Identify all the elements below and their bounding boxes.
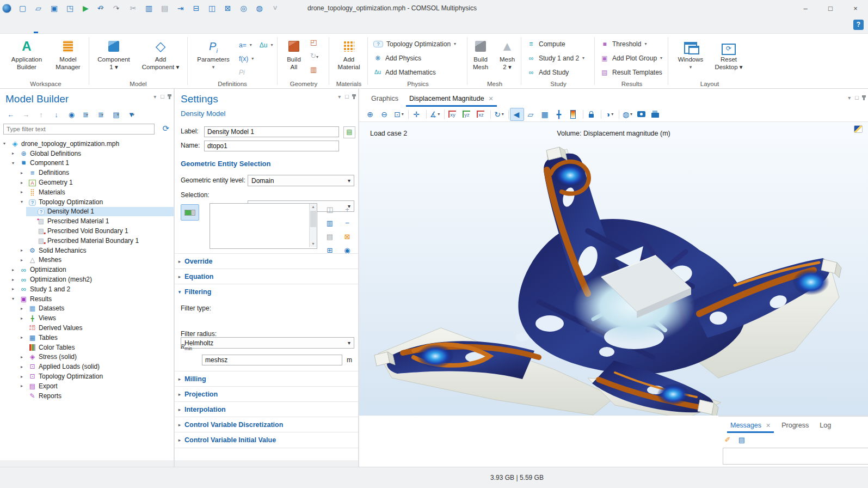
section-interpolation[interactable]: ▸Interpolation [175, 401, 358, 417]
tree-item[interactable]: ▾ Component 1 [0, 158, 174, 168]
tree-chevron-icon[interactable]: ▸ [21, 364, 28, 369]
panel-float-icon[interactable]: □ [161, 93, 164, 100]
tree-chevron-icon[interactable]: ▸ [21, 248, 28, 253]
tree-item[interactable]: ▸ Stress (solid) [0, 352, 174, 362]
move-to-icon[interactable]: ⇥ [173, 2, 185, 14]
tree-item[interactable]: ▾ Results [0, 294, 174, 304]
new-file-icon[interactable]: ▢ [15, 2, 27, 14]
delete-icon[interactable]: ⊟ [189, 2, 201, 14]
tree-item[interactable]: Prescribed Void Boundary 1 [0, 226, 174, 236]
variables-button[interactable]: a=▾Δu▾ [239, 38, 273, 52]
filter-radius-input[interactable] [202, 355, 342, 365]
select-box-icon[interactable]: ◫ [205, 2, 217, 14]
section-milling[interactable]: ▸Milling [175, 371, 358, 387]
tree-chevron-icon[interactable]: ▾ [3, 141, 10, 146]
update-geometry-icon[interactable]: ↻▾ [310, 52, 318, 60]
tree-chevron-icon[interactable]: ▸ [21, 335, 28, 340]
tree-item[interactable]: Color Tables [0, 343, 174, 352]
add-physics-button[interactable]: ❋Add Physics [373, 51, 421, 65]
refresh-icon[interactable]: ⟳ [162, 124, 169, 133]
collapse-icon[interactable]: ≣▾ [96, 109, 106, 119]
save-search-icon[interactable]: ◳ [63, 2, 75, 14]
tree-chevron-icon[interactable]: ▸ [21, 383, 28, 388]
tree-chevron-icon[interactable]: ▸ [12, 286, 19, 291]
tree-item[interactable]: Derived Values [0, 323, 174, 333]
tree-chevron-icon[interactable]: ▸ [21, 190, 28, 194]
selection-list-item[interactable] [210, 235, 317, 245]
remove-from-selection-icon[interactable]: − [342, 218, 352, 228]
plot-settings-icon[interactable] [854, 125, 863, 133]
add-material-button[interactable]: AddMaterial [329, 37, 369, 71]
selection-list-item[interactable] [210, 224, 317, 235]
help-button[interactable]: ? [853, 20, 864, 30]
columns-icon[interactable]: ▤▾ [111, 109, 121, 119]
ribbon-tab[interactable] [150, 16, 165, 33]
zoom-in-icon[interactable]: ⊕ [364, 108, 378, 121]
tree-item[interactable]: Density Model 1 [0, 207, 174, 217]
tree-chevron-icon[interactable]: ▸ [12, 277, 19, 282]
scene-icon[interactable]: ▱ [524, 108, 538, 121]
expand-icon[interactable]: ≣▾ [81, 109, 90, 119]
ribbon-tab[interactable] [74, 16, 89, 33]
tree-item[interactable]: Reports [0, 391, 174, 401]
back-icon[interactable]: ← [4, 109, 14, 119]
panel-pin-icon[interactable] [863, 95, 865, 100]
selection-list-item[interactable] [210, 214, 317, 224]
tree-item[interactable]: ▸ Applied Loads (solid) [0, 362, 174, 371]
tree-chevron-icon[interactable]: ▸ [12, 151, 19, 156]
print-icon[interactable] [649, 108, 663, 121]
tree-item[interactable]: ▸ Optimization [0, 265, 174, 274]
result-templates-button[interactable]: ▤Result Templates [600, 65, 662, 79]
tab-graphics[interactable]: Graphics [366, 95, 404, 107]
find-expression-icon[interactable]: ◍ [252, 2, 264, 14]
close-tab-icon[interactable]: ✕ [766, 422, 771, 429]
paste-selection-icon[interactable]: ▤ [325, 231, 335, 241]
save-icon[interactable]: ▣ [47, 2, 59, 14]
clear-messages-icon[interactable]: ✐ [723, 435, 732, 444]
reset-desktop-button[interactable]: ⟳ ResetDesktop ▾ [709, 37, 749, 71]
windows-button[interactable]: Windows▾ [670, 37, 711, 71]
show-icon[interactable]: ◉ [65, 109, 75, 119]
copy-icon[interactable]: ▥ [141, 2, 153, 14]
zoom-extents-icon[interactable]: ✛ [410, 108, 424, 121]
undo-icon[interactable]: ↶▾ [94, 2, 106, 14]
move-up-icon[interactable]: ↑ [35, 109, 45, 119]
maximize-button[interactable]: □ [818, 0, 843, 16]
tree-item[interactable]: ▸ Global Definitions [0, 149, 174, 158]
tree-item[interactable]: ▸ Materials [0, 187, 174, 197]
panel-menu-icon[interactable]: ▾ [848, 95, 851, 101]
tree-chevron-icon[interactable]: ▸ [21, 258, 28, 263]
projection-icon[interactable]: ◀ [510, 108, 524, 121]
compute-button[interactable]: =Compute [527, 37, 565, 51]
view-xy-icon[interactable]: xy [446, 107, 460, 121]
entity-level-dropdown[interactable]: Domain [248, 175, 354, 186]
tree-item[interactable]: ▸ Solid Mechanics [0, 246, 174, 255]
scroll-thumb[interactable] [310, 211, 316, 227]
scroll-up-icon[interactable]: ▲ [310, 204, 317, 210]
tab-progress[interactable]: Progress [776, 422, 814, 433]
selection-scrollbar[interactable]: ▲ ▼ [309, 204, 317, 247]
tree-item[interactable]: Prescribed Material 1 [0, 216, 174, 226]
close-button[interactable]: × [843, 0, 868, 16]
study-1-and-2-button[interactable]: ∞Study 1 and 2▾ [527, 51, 584, 65]
customize-qat-icon[interactable]: ˅ [268, 2, 280, 14]
add-study-button[interactable]: ∞Add Study [527, 65, 569, 79]
tree-item[interactable]: ▾ drone_topology_optimization.mph [0, 139, 174, 149]
name-input[interactable] [204, 141, 339, 151]
filter-icon[interactable]: ▼▾ [126, 109, 136, 119]
add-mathematics-button[interactable]: ΔuAdd Mathematics [373, 65, 436, 79]
clear-selection-box-icon[interactable]: ⊠ [220, 2, 232, 14]
panel-float-icon[interactable]: □ [345, 93, 349, 100]
section-control-variable-discretization[interactable]: ▸Control Variable Discretization [175, 417, 358, 432]
copy-selection-icon[interactable]: ▥ [325, 218, 335, 228]
model-manager-button[interactable]: ModelManager [48, 37, 88, 71]
functions-button[interactable]: f(x)▾ [239, 52, 254, 65]
tree-item[interactable]: ▸ Optimization (mesh2) [0, 274, 174, 284]
ribbon-tab[interactable] [135, 16, 150, 33]
active-toggle-button[interactable] [181, 204, 199, 221]
panel-pin-icon[interactable] [169, 94, 170, 99]
rotate-icon[interactable]: ↻▾ [492, 108, 506, 121]
component-button[interactable]: Component1 ▾ [94, 37, 134, 71]
update-icon[interactable]: ◍▾ [620, 108, 635, 121]
clear-selection-icon[interactable]: ⊠ [342, 231, 352, 241]
